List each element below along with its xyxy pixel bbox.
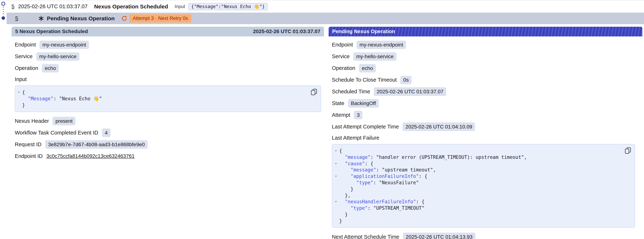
field-label: Endpoint [332,42,353,48]
field-attempt: Attempt 3 [332,109,642,121]
field-endpoint-id: Endpoint ID 3c0c75ccfa8144b092c13ce63246… [15,150,324,162]
code-line-text: "cause": { [339,160,373,167]
pending-asterisk-icon [38,16,44,21]
pending-event-id-link[interactable]: 5 [15,15,18,22]
field-state: State BackingOff [332,98,642,109]
code-line-text: "type": "UPSTREAM_TIMEOUT" [339,205,424,211]
code-gutter [333,218,339,224]
code-gutter [16,102,22,108]
field-value-badge: my-hello-service [36,52,79,61]
scheduled-panel-body: Endpoint my-nexus-endpoint Service my-he… [12,36,324,162]
field-value-badge: echo [359,64,376,72]
field-label: Service [332,54,350,60]
copy-icon[interactable] [624,147,631,154]
collapse-chevron-icon[interactable]: › [333,160,339,167]
code-gutter [16,96,22,102]
event-title: Nexus Operation Scheduled [94,4,168,10]
code-line-text: "type": "NexusFailure" [339,180,419,186]
field-label: State [332,100,344,106]
code-line-text: "Message": "Nexus Echo 👋" [22,96,102,102]
event-id-link[interactable]: 5 [12,4,14,10]
field-value-badge: echo [42,64,59,72]
field-service: Service my-hello-service [332,51,642,62]
scheduled-panel-timestamp: 2025-02-26 UTC 01:03:37.07 [253,28,320,34]
field-label: Endpoint ID [15,153,43,159]
code-gutter [333,192,339,199]
scheduled-event-panel: 5 Nexus Operation Scheduled 2025-02-26 U… [12,27,324,162]
collapse-chevron-icon[interactable]: › [333,173,339,180]
copy-icon[interactable] [310,88,318,95]
code-line-text: { [339,148,342,154]
pending-event-title: Pending Nexus Operation [47,15,114,22]
field-scheduled-time: Scheduled Time 2025-02-26 UTC 01:03:37.0… [332,86,642,98]
collapse-chevron-icon[interactable]: › [333,148,339,154]
endpoint-id-link[interactable]: 3c0c75ccfa8144b092c13ce632463761 [46,153,134,159]
code-gutter [333,205,339,211]
event-input-preview-chip: {"Message":"Nexus Echo 👋"} [188,3,268,10]
event-timestamp: 2025-02-26 UTC 01:03:37.07 [18,4,91,10]
field-label: Last Attempt Complete Time [332,124,399,130]
attempt-retry-badge: Attempt 3 · Next Retry 0s [130,14,191,22]
code-line-text: "message": "handler error (UPSTREAM_TIME… [339,154,527,160]
field-value-badge: present [52,117,76,125]
field-operation: Operation echo [332,62,642,74]
field-label: Schedule To Close Timeout [332,77,397,83]
last-attempt-failure-label: Last Attempt Failure [332,132,642,143]
event-detail-panels: 5 Nexus Operation Scheduled 2025-02-26 U… [12,27,642,239]
code-line-text: "message": "upstream timeout", [339,167,436,173]
scheduled-panel-title: 5 Nexus Operation Scheduled [15,28,88,34]
field-value-badge: 2025-02-26 UTC 01:04:13.93 [403,232,476,239]
input-code-block: ›{ "Message": "Nexus Echo 👋"} [15,86,321,112]
event-row-pending-nexus-operation[interactable]: 5 Pending Nexus Operation Attempt 3 · Ne… [6,13,644,24]
collapse-chevron-icon[interactable]: › [16,89,22,96]
field-label: Workflow Task Completed Event ID [15,130,98,136]
field-label: Endpoint [15,42,36,48]
field-request-id: Request ID 3e829b7e-7d67-4b08-aad3-b1e86… [15,139,324,150]
field-value-badge: my-hello-service [353,52,396,61]
field-workflow-task-completed-event-id: Workflow Task Completed Event ID 4 [15,127,324,139]
input-section-label: Input [15,74,324,85]
code-line-text: }, [339,192,350,199]
code-line-text: "nexusHandlerFailureInfo": { [339,198,424,205]
field-label: Request ID [15,142,42,148]
code-gutter [333,180,339,186]
field-endpoint: Endpoint my-nexus-endpoint [332,39,642,51]
code-gutter [333,186,339,192]
field-label: Operation [15,65,38,71]
collapse-chevron-icon[interactable]: › [333,198,339,205]
field-label: Next Attempt Schedule Time [332,234,399,239]
field-label: Service [15,54,32,60]
code-gutter [333,167,339,173]
code-line-text: { [22,89,25,96]
code-line-text: "applicationFailureInfo": { [339,173,427,180]
pending-operation-panel: Pending Nexus Operation Endpoint my-nexu… [328,27,642,239]
pending-panel-header[interactable]: Pending Nexus Operation [328,27,642,36]
code-gutter [333,211,339,218]
event-input-label: Input [175,4,185,9]
field-label: Operation [332,65,355,71]
field-next-attempt-schedule-time: Next Attempt Schedule Time 2025-02-26 UT… [332,231,642,239]
event-row-nexus-operation-scheduled[interactable]: 5 2025-02-26 UTC 01:03:37.07 Nexus Opera… [6,0,644,13]
field-label: Scheduled Time [332,88,370,94]
field-value-badge: 3 [354,111,362,119]
field-value-badge: my-nexus-endpoint [356,41,406,49]
code-line-text: } [339,211,348,218]
field-value-badge: 0s [400,76,412,84]
field-last-attempt-complete-time: Last Attempt Complete Time 2025-02-26 UT… [332,121,642,132]
field-value-badge: 2025-02-26 UTC 01:04:10.09 [402,122,475,131]
code-line-text: } [22,102,25,108]
field-value-badge: my-nexus-endpoint [40,41,89,49]
timeline-rail [0,0,6,26]
field-label: Attempt [332,112,350,118]
field-service: Service my-hello-service [15,51,324,62]
field-operation: Operation echo [15,62,324,74]
field-value-badge: BackingOff [348,99,379,108]
failure-code-block: ›{ "message": "handler error (UPSTREAM_T… [332,144,635,228]
timeline-markers-icon [0,0,6,26]
pending-panel-body: Endpoint my-nexus-endpoint Service my-he… [328,36,642,239]
field-endpoint: Endpoint my-nexus-endpoint [15,39,324,51]
field-value-badge: 3e829b7e-7d67-4b08-aad3-b1e868bfe9e0 [45,140,148,148]
code-gutter [333,154,339,160]
scheduled-panel-header[interactable]: 5 Nexus Operation Scheduled 2025-02-26 U… [12,27,324,36]
field-nexus-header: Nexus Header present [15,115,324,127]
